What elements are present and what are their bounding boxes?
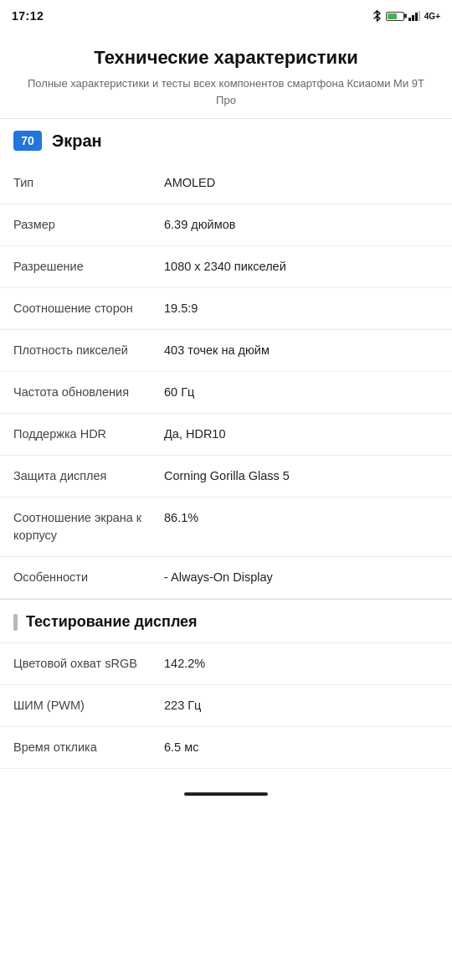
status-icons: 4G+: [372, 10, 440, 22]
spec-row-screen-ratio: Соотношение экрана к корпусу 86.1%: [0, 498, 452, 557]
network-type: 4G+: [424, 12, 440, 21]
spec-row-resolution: Разрешение 1080 x 2340 пикселей: [0, 246, 452, 288]
spec-row-type: Тип AMOLED: [0, 162, 452, 204]
spec-value-hdr: Да, HDR10: [164, 426, 439, 443]
spec-label-srgb: Цветовой охват sRGB: [13, 655, 164, 673]
spec-value-size: 6.39 дюймов: [164, 216, 439, 234]
spec-row-refresh: Частота обновления 60 Гц: [0, 372, 452, 414]
spec-label-protection: Защита дисплея: [13, 467, 164, 485]
spec-row-response: Время отклика 6.5 мс: [0, 727, 452, 769]
spec-label-ppi: Плотность пикселей: [13, 342, 164, 359]
screen-score-badge: 70: [13, 131, 42, 151]
battery-tip: [404, 14, 407, 18]
spec-value-type: AMOLED: [164, 174, 439, 192]
spec-label-refresh: Частота обновления: [13, 384, 164, 401]
bluetooth-icon: [372, 10, 382, 22]
test-section-title: Тестирование дисплея: [26, 613, 198, 631]
svg-rect-3: [419, 11, 420, 21]
status-bar: 17:12 4G+: [0, 0, 452, 30]
spec-label-resolution: Разрешение: [13, 258, 164, 276]
screen-section-heading: 70 Экран: [0, 118, 452, 162]
spec-row-ppi: Плотность пикселей 403 точек на дюйм: [0, 330, 452, 372]
spec-value-pwm: 223 Гц: [164, 697, 439, 714]
spec-row-srgb: Цветовой охват sRGB 142.2%: [0, 643, 452, 685]
svg-rect-1: [412, 15, 414, 21]
spec-value-screen-ratio: 86.1%: [164, 509, 439, 527]
spec-row-size: Размер 6.39 дюймов: [0, 204, 452, 246]
spec-label-screen-ratio: Соотношение экрана к корпусу: [13, 509, 164, 544]
bottom-indicator: [184, 792, 268, 796]
page-subtitle: Полные характеристики и тесты всех компо…: [17, 75, 435, 108]
test-section-heading: Тестирование дисплея: [0, 599, 452, 643]
battery-fill: [388, 13, 397, 19]
spec-value-response: 6.5 мс: [164, 739, 439, 756]
spec-value-refresh: 60 Гц: [164, 384, 439, 401]
bottom-bar: [0, 769, 452, 802]
spec-label-response: Время отклика: [13, 739, 164, 756]
page-header: Технические характеристики Полные характ…: [0, 30, 452, 118]
spec-label-features: Особенности: [13, 569, 164, 586]
spec-value-ppi: 403 точек на дюйм: [164, 342, 439, 359]
spec-label-hdr: Поддержка HDR: [13, 426, 164, 443]
svg-rect-2: [415, 13, 418, 21]
screen-specs-table: Тип AMOLED Размер 6.39 дюймов Разрешение…: [0, 162, 452, 599]
spec-value-resolution: 1080 x 2340 пикселей: [164, 258, 439, 276]
screen-section-title: Экран: [52, 132, 102, 151]
subsection-bar: [13, 614, 18, 631]
spec-value-protection: Corning Gorilla Glass 5: [164, 467, 439, 485]
spec-label-aspect: Соотношение сторон: [13, 300, 164, 317]
spec-value-aspect: 19.5:9: [164, 300, 439, 317]
spec-row-aspect: Соотношение сторон 19.5:9: [0, 288, 452, 330]
spec-row-pwm: ШИМ (PWM) 223 Гц: [0, 685, 452, 727]
spec-label-size: Размер: [13, 216, 164, 234]
signal-icon: [408, 11, 420, 21]
svg-rect-0: [408, 18, 411, 21]
page-title: Технические характеристики: [17, 47, 435, 69]
spec-row-features: Особенности - Always-On Display: [0, 557, 452, 599]
spec-value-srgb: 142.2%: [164, 655, 439, 673]
spec-value-features: - Always-On Display: [164, 569, 439, 586]
spec-label-pwm: ШИМ (PWM): [13, 697, 164, 714]
spec-row-protection: Защита дисплея Corning Gorilla Glass 5: [0, 456, 452, 498]
status-time: 17:12: [12, 9, 44, 23]
test-specs-table: Цветовой охват sRGB 142.2% ШИМ (PWM) 223…: [0, 643, 452, 769]
spec-label-type: Тип: [13, 174, 164, 192]
battery-icon: [386, 12, 404, 21]
spec-row-hdr: Поддержка HDR Да, HDR10: [0, 414, 452, 456]
